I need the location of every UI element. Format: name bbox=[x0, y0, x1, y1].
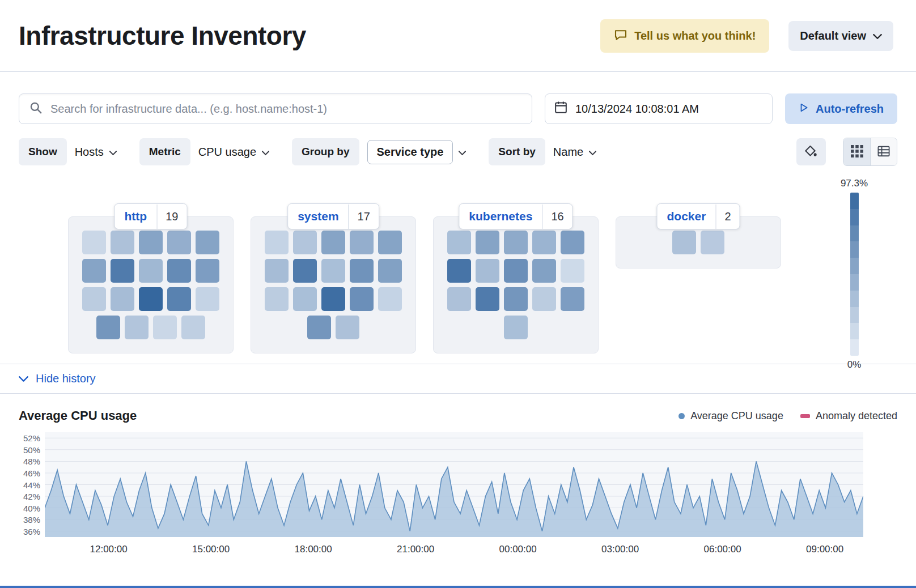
host-tile[interactable] bbox=[350, 231, 374, 254]
host-tile[interactable] bbox=[111, 259, 134, 283]
y-tick-label: 38% bbox=[23, 515, 40, 525]
host-tile[interactable] bbox=[504, 231, 528, 254]
legend-item-average-cpu[interactable]: Average CPU usage bbox=[678, 410, 783, 422]
waffle-map: http19system17kubernetes16docker2 97.3% … bbox=[0, 216, 916, 353]
host-tile[interactable] bbox=[307, 316, 331, 339]
host-tile[interactable] bbox=[378, 259, 402, 283]
group-count: 2 bbox=[715, 204, 739, 229]
host-tile[interactable] bbox=[196, 259, 219, 283]
host-tile[interactable] bbox=[701, 231, 724, 254]
group-tile-grid bbox=[68, 216, 234, 353]
y-tick-label: 42% bbox=[23, 492, 40, 501]
host-tile[interactable] bbox=[476, 259, 499, 283]
group-label-pill[interactable]: http19 bbox=[114, 203, 188, 229]
host-tile[interactable] bbox=[561, 259, 584, 283]
host-tile[interactable] bbox=[139, 259, 163, 283]
calendar-icon bbox=[554, 101, 567, 117]
sort-by-filter[interactable]: Sort by Name bbox=[489, 138, 604, 165]
host-tile[interactable] bbox=[196, 287, 219, 311]
hide-history-toggle[interactable]: Hide history bbox=[0, 364, 916, 394]
host-tile[interactable] bbox=[561, 231, 584, 254]
show-filter-label: Show bbox=[19, 138, 67, 165]
host-tile[interactable] bbox=[167, 287, 191, 311]
host-tile[interactable] bbox=[321, 259, 345, 283]
group-label-pill[interactable]: kubernetes16 bbox=[459, 203, 572, 229]
host-tile[interactable] bbox=[139, 287, 163, 311]
host-tile[interactable] bbox=[378, 231, 402, 254]
host-tile[interactable] bbox=[532, 259, 556, 283]
date-picker-value: 10/13/2024 10:08:01 AM bbox=[575, 103, 699, 116]
host-tile[interactable] bbox=[181, 316, 205, 339]
group-by-filter-value[interactable]: Service type bbox=[367, 140, 453, 164]
host-tile[interactable] bbox=[167, 259, 191, 283]
host-tile[interactable] bbox=[532, 231, 556, 254]
legend-item-anomaly[interactable]: Anomaly detected bbox=[800, 410, 897, 422]
auto-refresh-button[interactable]: Auto-refresh bbox=[785, 93, 897, 124]
host-tile[interactable] bbox=[476, 287, 499, 311]
grid-view-button[interactable] bbox=[843, 138, 870, 165]
group-label-pill[interactable]: docker2 bbox=[657, 203, 740, 229]
host-tile[interactable] bbox=[265, 231, 289, 254]
y-tick-label: 44% bbox=[23, 480, 40, 490]
host-tile[interactable] bbox=[111, 287, 134, 311]
group-name: docker bbox=[658, 204, 716, 229]
search-box[interactable] bbox=[19, 93, 532, 124]
group-tile-grid bbox=[251, 216, 416, 353]
search-input[interactable] bbox=[49, 102, 521, 116]
host-tile[interactable] bbox=[139, 231, 163, 254]
page-header: Infrastructure Inventory Tell us what yo… bbox=[0, 0, 916, 72]
filter-row: Show Hosts Metric CPU usage Group by Ser… bbox=[19, 138, 897, 166]
host-tile[interactable] bbox=[153, 316, 177, 339]
host-tile[interactable] bbox=[293, 231, 317, 254]
x-tick-label: 03:00:00 bbox=[601, 544, 639, 555]
view-selector-button[interactable]: Default view bbox=[788, 21, 893, 51]
host-tile[interactable] bbox=[378, 287, 402, 311]
host-tile[interactable] bbox=[532, 287, 556, 311]
host-tile[interactable] bbox=[125, 316, 149, 339]
chart-y-axis: 52%50%48%46%44%42%40%38%36% bbox=[19, 432, 45, 537]
date-picker-button[interactable]: 10/13/2024 10:08:01 AM bbox=[545, 93, 773, 124]
show-filter[interactable]: Show Hosts bbox=[19, 138, 125, 165]
host-tile[interactable] bbox=[96, 316, 120, 339]
host-tile[interactable] bbox=[82, 231, 106, 254]
host-tile[interactable] bbox=[561, 287, 584, 311]
x-tick-label: 00:00:00 bbox=[499, 544, 537, 555]
group-label-pill[interactable]: system17 bbox=[287, 203, 379, 229]
y-tick-label: 40% bbox=[23, 504, 40, 513]
host-tile[interactable] bbox=[672, 231, 696, 254]
cpu-usage-chart bbox=[45, 432, 863, 537]
host-tile[interactable] bbox=[321, 287, 345, 311]
host-tile[interactable] bbox=[447, 231, 471, 254]
host-tile[interactable] bbox=[293, 287, 317, 311]
metric-filter[interactable]: Metric CPU usage bbox=[139, 138, 277, 165]
host-tile[interactable] bbox=[196, 231, 219, 254]
chevron-down-icon bbox=[873, 29, 882, 42]
group-by-filter[interactable]: Group by Service type bbox=[292, 138, 474, 165]
host-tile[interactable] bbox=[504, 316, 528, 339]
table-view-button[interactable] bbox=[870, 138, 897, 165]
host-tile[interactable] bbox=[265, 287, 289, 311]
host-tile[interactable] bbox=[350, 259, 374, 283]
host-tile[interactable] bbox=[167, 231, 191, 254]
x-tick-label: 15:00:00 bbox=[192, 544, 230, 555]
host-tile[interactable] bbox=[293, 259, 317, 283]
host-tile[interactable] bbox=[336, 316, 359, 339]
host-tile[interactable] bbox=[265, 259, 289, 283]
chevron-down-icon bbox=[109, 146, 117, 159]
heat-legend: 97.3% 0% bbox=[834, 178, 874, 370]
play-icon bbox=[799, 103, 809, 116]
host-tile[interactable] bbox=[447, 259, 471, 283]
host-tile[interactable] bbox=[82, 259, 106, 283]
header-actions: Tell us what you think! Default view bbox=[600, 19, 893, 53]
host-tile[interactable] bbox=[350, 287, 374, 311]
host-tile[interactable] bbox=[504, 259, 528, 283]
host-tile[interactable] bbox=[504, 287, 528, 311]
grid-icon bbox=[851, 145, 863, 159]
host-tile[interactable] bbox=[111, 231, 134, 254]
feedback-button[interactable]: Tell us what you think! bbox=[600, 19, 769, 53]
host-tile[interactable] bbox=[321, 231, 345, 254]
host-tile[interactable] bbox=[447, 287, 471, 311]
host-tile[interactable] bbox=[82, 287, 106, 311]
palette-button[interactable] bbox=[796, 138, 826, 165]
host-tile[interactable] bbox=[476, 231, 499, 254]
